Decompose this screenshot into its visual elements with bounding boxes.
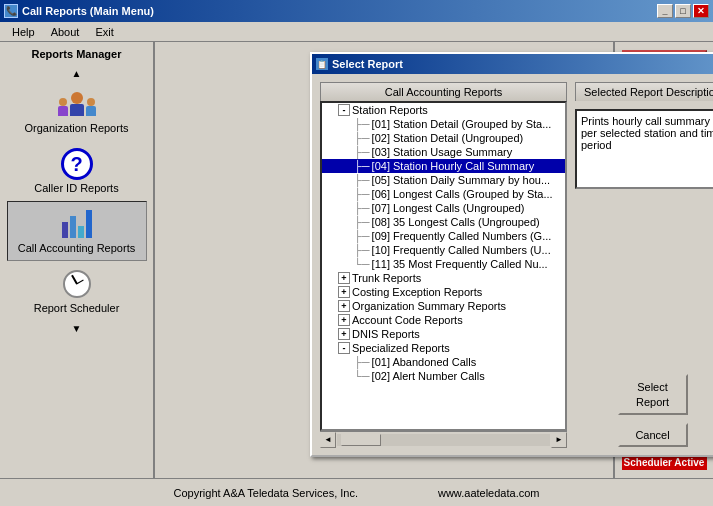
- dialog-left-panel: Call Accounting Reports - Station Report…: [320, 82, 567, 447]
- account-code-expand[interactable]: +: [338, 314, 350, 326]
- tree-item-06-label: [06] Longest Calls (Grouped by Sta...: [372, 188, 553, 200]
- close-button[interactable]: ✕: [693, 4, 709, 18]
- sidebar-scheduler-label: Report Scheduler: [34, 302, 120, 314]
- scheduler-active-badge: Scheduler Active: [622, 455, 707, 470]
- footer: Copyright A&A Teledata Services, Inc. ww…: [0, 478, 713, 506]
- org-reports-icon: [57, 88, 97, 120]
- horizontal-scrollbar[interactable]: ◄ ►: [320, 431, 567, 447]
- tree-item-10[interactable]: ├─ [10] Frequently Called Numbers (U...: [322, 243, 565, 257]
- tree-scroll[interactable]: - Station Reports ├─ [01] Station Detail…: [322, 103, 565, 429]
- menu-bar: Help About Exit: [0, 22, 713, 42]
- app-title: Call Reports (Main Menu): [22, 5, 154, 17]
- tree-item-08[interactable]: ├─ [08] 35 Longest Calls (Ungrouped): [322, 215, 565, 229]
- dialog-title-bar: 📋 Select Report ✕: [312, 54, 713, 74]
- tree-item-11[interactable]: └─ [11] 35 Most Frequently Called Nu...: [322, 257, 565, 271]
- dialog-icon: 📋: [316, 58, 328, 70]
- window-controls: _ □ ✕: [657, 4, 709, 18]
- cancel-button[interactable]: Cancel: [618, 423, 688, 447]
- tree-group-trunk[interactable]: + Trunk Reports: [322, 271, 565, 285]
- dnis-group-label: DNIS Reports: [352, 328, 420, 340]
- content-area: 📋 Select Report ✕ Call Accounting Report…: [155, 42, 613, 478]
- sidebar-item-report-scheduler[interactable]: Report Scheduler: [7, 261, 147, 321]
- dialog-overlay: 📋 Select Report ✕ Call Accounting Report…: [155, 42, 613, 478]
- scroll-left-btn[interactable]: ◄: [320, 432, 336, 448]
- menu-exit[interactable]: Exit: [87, 24, 121, 40]
- tree-item-07[interactable]: ├─ [07] Longest Calls (Ungrouped): [322, 201, 565, 215]
- station-expand[interactable]: -: [338, 104, 350, 116]
- org-summary-expand[interactable]: +: [338, 300, 350, 312]
- tree-item-01[interactable]: ├─ [01] Station Detail (Grouped by Sta..…: [322, 117, 565, 131]
- tree-item-05[interactable]: ├─ [05] Station Daily Summary by hou...: [322, 173, 565, 187]
- tree-item-01-label: [01] Station Detail (Grouped by Sta...: [372, 118, 552, 130]
- select-report-button[interactable]: SelectReport: [618, 374, 688, 415]
- footer-copyright: Copyright A&A Teledata Services, Inc.: [174, 487, 358, 499]
- specialized-expand[interactable]: -: [338, 342, 350, 354]
- accounting-icon: [57, 208, 97, 240]
- trunk-expand[interactable]: +: [338, 272, 350, 284]
- sidebar-item-org-reports[interactable]: Organization Reports: [7, 81, 147, 141]
- tree-item-08-label: [08] 35 Longest Calls (Ungrouped): [372, 216, 540, 228]
- sidebar-accounting-label: Call Accounting Reports: [18, 242, 135, 254]
- right-panel-header: Selected Report Description: [575, 82, 713, 101]
- trunk-group-label: Trunk Reports: [352, 272, 421, 284]
- tree-item-spec-01[interactable]: ├─ [01] Abandoned Calls: [322, 355, 565, 369]
- app-icon: 📞: [4, 4, 18, 18]
- callerid-icon: ?: [57, 148, 97, 180]
- tree-item-05-label: [05] Station Daily Summary by hou...: [372, 174, 551, 186]
- tree-item-03-label: [03] Station Usage Summary: [372, 146, 513, 158]
- sidebar-org-label: Organization Reports: [25, 122, 129, 134]
- tree-item-spec-02[interactable]: └─ [02] Alert Number Calls: [322, 369, 565, 383]
- tree-item-11-label: [11] 35 Most Frequently Called Nu...: [372, 258, 548, 270]
- dialog-buttons: SelectReport Cancel: [575, 358, 713, 447]
- account-code-group-label: Account Code Reports: [352, 314, 463, 326]
- tree-item-spec-02-label: [02] Alert Number Calls: [372, 370, 485, 382]
- tree-group-dnis[interactable]: + DNIS Reports: [322, 327, 565, 341]
- sidebar-item-callerid-reports[interactable]: ? Caller ID Reports: [7, 141, 147, 201]
- dialog-title: Select Report: [332, 58, 403, 70]
- tree-group-station[interactable]: - Station Reports: [322, 103, 565, 117]
- sidebar-callerid-label: Caller ID Reports: [34, 182, 118, 194]
- menu-help[interactable]: Help: [4, 24, 43, 40]
- tree-item-spec-01-label: [01] Abandoned Calls: [372, 356, 477, 368]
- tree-group-org-summary[interactable]: + Organization Summary Reports: [322, 299, 565, 313]
- tree-item-04[interactable]: ├─ [04] Station Hourly Call Summary: [322, 159, 565, 173]
- scheduler-icon: [57, 268, 97, 300]
- dialog-right-panel: Selected Report Description Prints hourl…: [575, 82, 713, 447]
- left-panel-header: Call Accounting Reports: [320, 82, 567, 101]
- sidebar-down-arrow[interactable]: ▼: [72, 323, 82, 334]
- tree-container[interactable]: - Station Reports ├─ [01] Station Detail…: [320, 101, 567, 431]
- scroll-track[interactable]: [337, 434, 550, 446]
- tree-item-02[interactable]: ├─ [02] Station Detail (Ungrouped): [322, 131, 565, 145]
- tree-item-09[interactable]: ├─ [09] Frequently Called Numbers (G...: [322, 229, 565, 243]
- menu-about[interactable]: About: [43, 24, 88, 40]
- tree-item-03[interactable]: ├─ [03] Station Usage Summary: [322, 145, 565, 159]
- scroll-right-btn[interactable]: ►: [551, 432, 567, 448]
- org-summary-group-label: Organization Summary Reports: [352, 300, 506, 312]
- tree-item-10-label: [10] Frequently Called Numbers (U...: [372, 244, 551, 256]
- sidebar-title: Reports Manager: [0, 46, 153, 62]
- maximize-button[interactable]: □: [675, 4, 691, 18]
- tree-item-06[interactable]: ├─ [06] Longest Calls (Grouped by Sta...: [322, 187, 565, 201]
- dnis-expand[interactable]: +: [338, 328, 350, 340]
- sidebar: Reports Manager ▲: [0, 42, 155, 478]
- description-text: Prints hourly call summary per selected …: [581, 115, 713, 151]
- footer-website: www.aateledata.com: [438, 487, 540, 499]
- select-report-dialog: 📋 Select Report ✕ Call Accounting Report…: [310, 52, 713, 457]
- tree-group-costing[interactable]: + Costing Exception Reports: [322, 285, 565, 299]
- tree-item-02-label: [02] Station Detail (Ungrouped): [372, 132, 524, 144]
- station-group-label: Station Reports: [352, 104, 428, 116]
- title-bar: 📞 Call Reports (Main Menu) _ □ ✕: [0, 0, 713, 22]
- tree-item-09-label: [09] Frequently Called Numbers (G...: [372, 230, 552, 242]
- description-panel: Prints hourly call summary per selected …: [575, 109, 713, 189]
- sidebar-up-arrow[interactable]: ▲: [72, 68, 82, 79]
- sidebar-item-accounting-reports[interactable]: Call Accounting Reports: [7, 201, 147, 261]
- tree-group-account-code[interactable]: + Account Code Reports: [322, 313, 565, 327]
- dialog-body: Call Accounting Reports - Station Report…: [312, 74, 713, 455]
- costing-expand[interactable]: +: [338, 286, 350, 298]
- scroll-thumb[interactable]: [341, 434, 381, 446]
- tree-group-specialized[interactable]: - Specialized Reports: [322, 341, 565, 355]
- costing-group-label: Costing Exception Reports: [352, 286, 482, 298]
- minimize-button[interactable]: _: [657, 4, 673, 18]
- tree-item-04-label: [04] Station Hourly Call Summary: [372, 160, 535, 172]
- specialized-group-label: Specialized Reports: [352, 342, 450, 354]
